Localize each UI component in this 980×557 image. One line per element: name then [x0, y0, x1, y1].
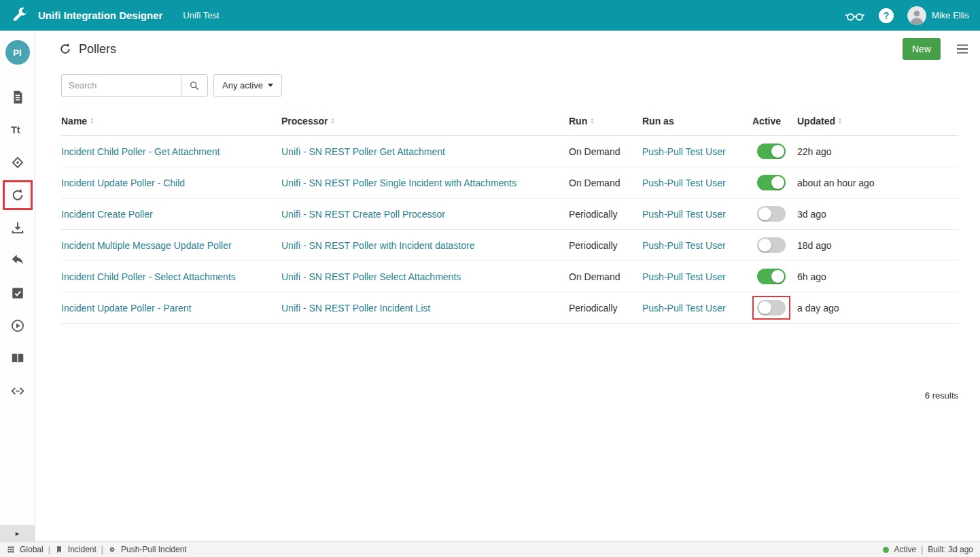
sidebar-item-task-check[interactable]	[0, 277, 35, 309]
table-row[interactable]: Incident Child Poller - Select Attachmen…	[61, 261, 958, 292]
sidebar-item-reply[interactable]	[0, 244, 35, 277]
pollers-icon	[58, 42, 72, 56]
run-as-link[interactable]: Push-Pull Test User	[642, 240, 726, 251]
active-filter-dropdown[interactable]: Any active	[213, 74, 282, 97]
poller-name-link[interactable]: Incident Child Poller - Select Attachmen…	[61, 271, 236, 282]
processor-link[interactable]: Unifi - SN REST Poller Single Incident w…	[281, 178, 517, 188]
toggle-knob	[771, 270, 784, 283]
text-format-icon: Tt	[3, 115, 33, 145]
separator: |	[101, 545, 103, 554]
toggle-knob	[758, 301, 771, 314]
run-as-link[interactable]: Push-Pull Test User	[642, 178, 726, 188]
topbar-left: Unifi Integration Designer Unifi Test	[11, 7, 220, 24]
sidebar-expand-button[interactable]: ▸	[0, 525, 35, 541]
run-as-link[interactable]: Push-Pull Test User	[642, 271, 726, 282]
table-row[interactable]: Incident Create Poller Unifi - SN REST C…	[61, 199, 958, 230]
app-title: Unifi Integration Designer	[38, 10, 162, 21]
poller-name-link[interactable]: Incident Create Poller	[61, 209, 153, 220]
column-header-active: Active	[752, 116, 797, 126]
sort-icon: ▲▼	[838, 118, 842, 124]
active-toggle[interactable]	[757, 144, 786, 159]
active-toggle[interactable]	[757, 269, 786, 284]
table-row[interactable]: Incident Multiple Message Update Poller …	[61, 230, 958, 261]
table-row[interactable]: Incident Update Poller - Parent Unifi - …	[61, 292, 958, 324]
toggle-knob	[771, 145, 784, 158]
sidebar-item-play-circle[interactable]	[0, 309, 35, 342]
sidebar-item-poller[interactable]	[0, 179, 35, 212]
processor-link[interactable]: Unifi - SN REST Poller Incident List	[281, 303, 430, 314]
separator: |	[921, 545, 923, 554]
sidebar-item-text-format[interactable]: Tt	[0, 114, 35, 146]
active-toggle-wrap	[752, 139, 790, 163]
column-header-run[interactable]: Run ▲▼	[569, 116, 642, 126]
sidebar-integration-badge[interactable]: PI	[5, 40, 30, 65]
footer-integration[interactable]: Incident	[68, 545, 97, 554]
sidebar-item-diamond[interactable]	[0, 146, 35, 179]
avatar	[907, 6, 926, 25]
active-toggle-wrap	[752, 233, 790, 257]
poller-name-link[interactable]: Incident Multiple Message Update Poller	[61, 240, 232, 251]
run-as-link[interactable]: Push-Pull Test User	[642, 146, 726, 157]
active-toggle[interactable]	[757, 175, 786, 190]
footer-process[interactable]: Push-Pull Incident	[121, 545, 187, 554]
hamburger-menu-icon[interactable]	[956, 44, 969, 54]
pollers-table: Name ▲▼ Processor ▲▼ Run ▲▼ Run as Activ…	[61, 106, 958, 324]
poller-icon	[3, 180, 33, 210]
pollers-table-body: Incident Child Poller - Get Attachment U…	[61, 136, 958, 324]
sidebar-item-code[interactable]	[0, 375, 35, 407]
sidebar-nav: Tt	[0, 81, 35, 407]
active-toggle[interactable]	[757, 237, 786, 253]
page-header: Pollers New	[35, 33, 980, 65]
updated-text: 6h ago	[797, 271, 826, 282]
processor-link[interactable]: Unifi - SN REST Poller with Incident dat…	[281, 240, 475, 251]
active-toggle-wrap	[752, 296, 790, 320]
search-input[interactable]	[61, 74, 181, 97]
reply-icon	[3, 246, 33, 275]
active-toggle[interactable]	[757, 300, 786, 316]
chevron-right-icon: ▸	[16, 529, 20, 538]
task-check-icon	[3, 278, 33, 308]
run-mode: Periodically	[569, 240, 618, 251]
sidebar-item-book[interactable]	[0, 342, 35, 375]
sort-icon: ▲▼	[90, 118, 94, 124]
play-circle-icon	[3, 311, 33, 341]
toggle-knob	[758, 239, 771, 252]
wrench-logo-icon[interactable]	[11, 7, 29, 24]
run-as-link[interactable]: Push-Pull Test User	[642, 303, 726, 314]
gear-icon	[108, 545, 116, 554]
user-menu[interactable]: Mike Ellis	[907, 6, 969, 25]
table-row[interactable]: Incident Child Poller - Get Attachment U…	[61, 136, 958, 167]
poller-name-link[interactable]: Incident Child Poller - Get Attachment	[61, 146, 220, 157]
status-footer: Global | Incident | Push-Pull Incident A…	[0, 541, 980, 557]
status-dot	[883, 547, 889, 553]
search-button[interactable]	[181, 74, 208, 97]
topbar-right: ? Mike Ellis	[845, 6, 969, 25]
processor-link[interactable]: Unifi - SN REST Poller Select Attachment…	[281, 271, 461, 282]
diamond-icon	[3, 148, 33, 178]
updated-text: a day ago	[797, 303, 839, 314]
active-toggle-wrap	[752, 202, 790, 226]
updated-text: 22h ago	[797, 146, 832, 157]
column-header-run-as[interactable]: Run as	[642, 116, 752, 126]
column-header-processor[interactable]: Processor ▲▼	[281, 116, 569, 126]
processor-link[interactable]: Unifi - SN REST Poller Get Attachment	[281, 146, 445, 157]
poller-name-link[interactable]: Incident Update Poller - Child	[61, 178, 185, 188]
preview-glasses-icon[interactable]	[845, 8, 865, 23]
environment-name: Unifi Test	[183, 10, 219, 20]
help-icon[interactable]: ?	[879, 8, 894, 23]
column-header-name[interactable]: Name ▲▼	[61, 116, 281, 126]
poller-name-link[interactable]: Incident Update Poller - Parent	[61, 303, 191, 314]
updated-text: 3d ago	[797, 209, 826, 220]
active-toggle-wrap	[752, 265, 790, 288]
column-header-updated[interactable]: Updated ▲▼	[797, 116, 958, 126]
run-mode: Periodically	[569, 209, 618, 220]
active-toggle[interactable]	[757, 206, 786, 222]
active-toggle-wrap	[752, 171, 790, 195]
run-as-link[interactable]: Push-Pull Test User	[642, 209, 726, 220]
new-button[interactable]: New	[903, 38, 941, 60]
processor-link[interactable]: Unifi - SN REST Create Poll Processor	[281, 209, 445, 220]
table-row[interactable]: Incident Update Poller - Child Unifi - S…	[61, 167, 958, 199]
sidebar-item-download[interactable]	[0, 212, 35, 244]
footer-scope[interactable]: Global	[20, 545, 43, 554]
sidebar-item-document[interactable]	[0, 81, 35, 114]
